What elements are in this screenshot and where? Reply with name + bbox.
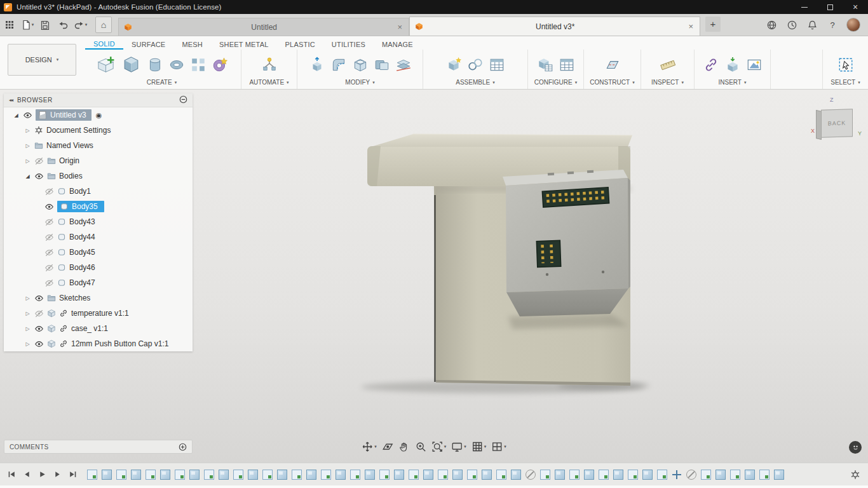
browser-row-bodies[interactable]: ◢ Bodies [4,168,193,184]
tab-sheet-metal[interactable]: SHEET METAL [211,36,277,50]
timeline-feature-icon[interactable] [160,470,170,480]
timeline-feature-icon[interactable] [438,470,448,480]
group-label-inspect[interactable]: INSPECT▾ [651,79,684,88]
timeline-feature-icon[interactable] [277,470,287,480]
new-tab-button[interactable]: + [705,17,721,32]
browser-row-body43[interactable]: Body43 [4,214,193,229]
expander-icon[interactable]: ◢ [24,173,31,179]
timeline-feature-icon[interactable] [774,470,784,480]
assistant-button[interactable] [849,441,862,454]
timeline-settings-button[interactable] [848,467,863,482]
view-cube[interactable]: Z BACK X Y [811,97,862,146]
bom-button[interactable] [487,54,507,76]
browser-row-temperature[interactable]: ▷ temperature v1:1 [4,306,193,321]
canvas-button[interactable] [744,54,764,76]
browser-row-body46[interactable]: Body46 [4,260,193,275]
timeline-feature-icon[interactable] [189,470,200,480]
group-label-construct[interactable]: CONSTRUCT▾ [590,79,634,88]
timeline-feature-icon[interactable] [759,470,770,480]
job-status-button[interactable] [785,18,798,31]
visibility-off-icon[interactable] [44,248,54,257]
document-tab-untitled-v3[interactable]: Untitled v3* × [409,17,700,36]
pan-button[interactable] [396,439,412,454]
timeline-feature-icon[interactable] [526,470,536,480]
timeline-feature-icon[interactable] [642,470,653,480]
look-at-button[interactable] [379,439,396,454]
tab-mesh[interactable]: MESH [173,36,211,50]
browser-row-body1[interactable]: Body1 [4,184,193,199]
timeline-feature-icon[interactable] [613,470,623,480]
tab-solid[interactable]: SOLID [85,36,123,50]
browser-row-root[interactable]: ◢ Untitled v3 ◉ [4,107,193,123]
undo-button[interactable] [55,17,71,33]
browser-row-body45[interactable]: Body45 [4,245,193,260]
visibility-toggle-icon[interactable] [44,202,54,212]
timeline-feature-icon[interactable] [496,470,506,480]
timeline-feature-icon[interactable] [219,470,229,480]
comments-bar[interactable]: COMMENTS [4,440,193,454]
timeline-feature-icon[interactable] [175,470,185,480]
close-button[interactable]: × [843,0,868,14]
expander-icon[interactable]: ▷ [24,341,31,347]
browser-row-body35[interactable]: Body35 [4,199,193,214]
timeline-feature-icon[interactable] [715,470,726,480]
active-document-highlight[interactable]: Untitled v3 [36,109,92,121]
timeline-feature-icon[interactable] [452,470,463,480]
expander-icon[interactable]: ▷ [24,128,31,133]
new-component-button[interactable] [444,54,464,76]
joint-button[interactable] [466,54,485,76]
timeline-feature-icon[interactable] [745,470,755,480]
timeline-step-forward-button[interactable] [51,468,64,481]
help-button[interactable]: ? [826,18,839,31]
timeline-feature-icon[interactable] [628,470,638,480]
timeline-feature-icon[interactable] [365,470,375,480]
timeline-feature-icon[interactable] [482,470,492,480]
tab-manage[interactable]: MANAGE [374,36,421,50]
browser-row-case[interactable]: ▷ case_ v1:1 [4,321,193,336]
browser-row-sketches[interactable]: ▷ Sketches [4,290,193,306]
expander-icon[interactable]: ▷ [24,311,31,316]
fillet-button[interactable] [329,54,348,76]
notifications-button[interactable] [806,18,818,31]
browser-row-body47[interactable]: Body47 [4,275,193,290]
tab-plastic[interactable]: PLASTIC [277,36,323,50]
minimize-button[interactable] [792,0,817,14]
group-label-assemble[interactable]: ASSEMBLE▾ [456,79,494,88]
grid-snaps-button[interactable]: ▾ [469,439,489,454]
timeline-feature-icon[interactable] [511,470,521,480]
timeline-feature-icon[interactable] [306,470,316,480]
visibility-off-icon[interactable] [44,278,54,288]
visibility-off-icon[interactable] [44,187,54,196]
sweep-button[interactable] [166,54,186,76]
configuration-table-button[interactable] [557,54,576,76]
extrude-button[interactable] [119,54,143,76]
expander-icon[interactable]: ▷ [24,143,31,149]
insert-part-button[interactable] [722,54,742,76]
timeline-feature-icon[interactable] [701,470,711,480]
home-button[interactable]: ⌂ [95,17,112,33]
expander-icon[interactable]: ▷ [24,158,31,164]
timeline-feature-icon[interactable] [262,470,273,480]
browser-row-origin[interactable]: ▷ Origin [4,153,193,168]
profile-avatar[interactable] [846,18,860,32]
visibility-toggle-icon[interactable] [23,111,32,120]
fit-button[interactable]: ▾ [429,439,449,454]
group-label-insert[interactable]: INSERT▾ [718,79,746,88]
timeline-feature-icon[interactable] [569,470,580,480]
timeline-feature-icon[interactable] [657,470,667,480]
timeline-feature-icon[interactable] [599,470,609,480]
group-label-configure[interactable]: CONFIGURE▾ [534,79,578,88]
timeline-feature-icon[interactable] [584,470,594,480]
timeline-feature-icon[interactable] [336,470,346,480]
tab-surface[interactable]: SURFACE [123,36,173,50]
close-tab-icon[interactable]: × [396,22,403,32]
zoom-button[interactable] [412,439,429,454]
viewports-button[interactable]: ▾ [489,439,509,454]
visibility-toggle-icon[interactable] [34,294,44,303]
timeline-feature-icon[interactable] [379,470,390,480]
timeline-feature-icon[interactable] [672,470,682,480]
shell-button[interactable] [350,54,370,76]
construction-plane-button[interactable] [602,54,622,76]
timeline-feature-icon[interactable] [555,470,565,480]
expander-icon[interactable]: ▷ [24,326,31,332]
